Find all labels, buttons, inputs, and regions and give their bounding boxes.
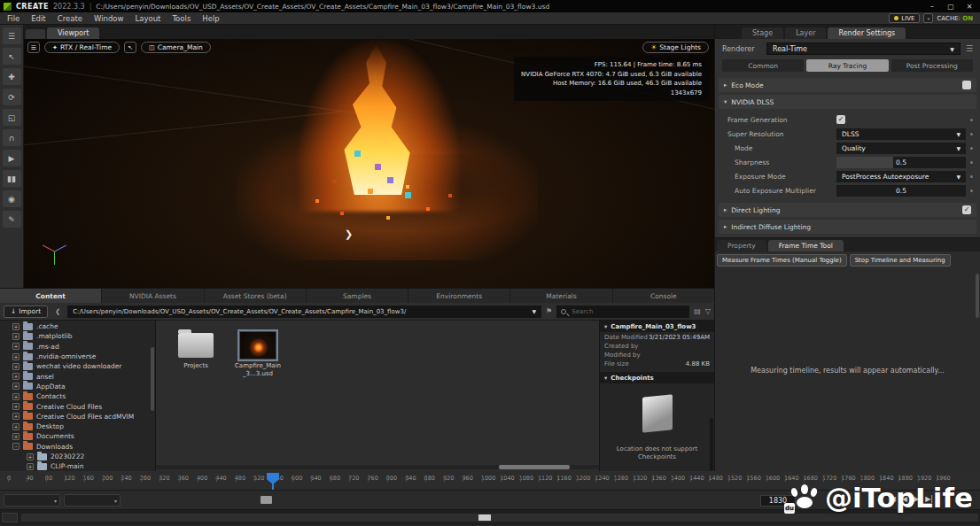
bottom-panel-tab[interactable]: Frame Time Tool (768, 240, 844, 251)
tree-scrollbar[interactable] (151, 347, 154, 411)
tree-item[interactable]: + Desktop (0, 422, 155, 431)
expand-toggle[interactable]: + (27, 453, 34, 460)
browser-tab[interactable]: Environments (408, 289, 509, 303)
camera-selector-button[interactable]: ◫Camera_Main (141, 42, 211, 53)
renderer-options-icon[interactable]: ☰ (966, 44, 973, 53)
expand-toggle[interactable]: - (12, 443, 19, 450)
details-scrollbar[interactable] (710, 418, 713, 471)
list-view-icon[interactable]: ▤ (694, 307, 701, 315)
expand-toggle[interactable]: + (12, 433, 19, 440)
browser-tab[interactable]: Console (613, 289, 714, 303)
menu-item[interactable]: File (7, 14, 19, 23)
timeline-option-box[interactable]: ▾ (4, 494, 60, 507)
filter-icon[interactable]: ▽ (705, 307, 711, 315)
super-resolution-dropdown[interactable]: DLSS ▼ (836, 128, 966, 140)
tree-item[interactable]: + CLIP-main (0, 461, 155, 471)
tree-item[interactable]: + Creative Cloud Files acdMVIM (0, 412, 155, 422)
expand-toggle[interactable]: + (27, 463, 34, 470)
expand-toggle[interactable]: + (12, 343, 19, 350)
search-input[interactable] (570, 307, 685, 316)
renderer-dropdown[interactable]: Real-Time ▼ (766, 43, 961, 55)
tab-viewport[interactable]: Viewport (47, 27, 99, 39)
snap-tool-button[interactable]: ∩ (3, 129, 21, 146)
browser-tab[interactable]: NVIDIA Assets (102, 289, 203, 303)
content-item[interactable]: Campfire_Main_3...3.usd (234, 331, 282, 377)
back-button[interactable]: ❮ (52, 306, 63, 318)
tree-item[interactable]: + ansel (0, 371, 155, 381)
reset-dot-icon[interactable] (970, 147, 973, 150)
nvidia-dlss-section[interactable]: ▾ NVIDIA DLSS (719, 95, 976, 109)
expand-toggle[interactable]: + (12, 393, 19, 400)
menu-item[interactable]: Help (202, 14, 219, 23)
tree-item[interactable]: - Downloads (0, 442, 155, 452)
rotate-tool-button[interactable]: ⟳ (3, 89, 21, 105)
capture-tool-button[interactable]: ◉ (3, 190, 21, 207)
sharpness-slider[interactable]: 0.5 (836, 157, 966, 168)
content-item[interactable]: Projects (172, 331, 220, 370)
tree-item[interactable]: + Documents (0, 431, 155, 441)
tree-item[interactable]: + .nvidia-omniverse (0, 352, 155, 361)
panel-tab[interactable]: Stage (742, 27, 783, 39)
expand-toggle[interactable]: + (12, 423, 19, 430)
expand-toggle[interactable]: + (12, 323, 19, 330)
grid-hscrollbar[interactable] (156, 465, 599, 469)
tree-item[interactable]: + Creative Cloud Files (0, 401, 155, 411)
eco-mode-checkbox[interactable] (962, 81, 971, 89)
expand-toggle[interactable]: + (12, 373, 19, 380)
frame-generation-checkbox[interactable] (836, 115, 845, 124)
indirect-diffuse-lighting-section[interactable]: ▸ Indirect Diffuse Lighting (719, 220, 976, 234)
expand-toggle[interactable]: + (12, 333, 19, 340)
path-dropdown-icon[interactable]: ▼ (532, 308, 536, 314)
maximize-button[interactable]: ▢ (944, 3, 958, 11)
panel-scrollbar[interactable] (976, 274, 979, 318)
bookmark-icon[interactable]: ⚑ (546, 307, 552, 315)
auto-exposure-multiplier-field[interactable]: 0.5 (836, 185, 966, 197)
frame-time-button[interactable]: Measure Frame Times (Manual Toggle) (717, 254, 847, 267)
scale-tool-button[interactable]: ◱ (3, 109, 21, 126)
browser-tab[interactable]: Samples (307, 289, 408, 303)
details-title[interactable]: ▾Campfire_Main_03_flow3 (600, 321, 714, 332)
expand-toggle[interactable]: + (12, 383, 19, 390)
menu-item[interactable]: Layout (135, 14, 160, 23)
browser-tab[interactable]: Asset Stores (beta) (205, 289, 306, 303)
reset-dot-icon[interactable] (970, 175, 973, 178)
render-settings-subtab[interactable]: Post Processing (891, 59, 973, 72)
next-arrow[interactable]: ❯ (345, 228, 353, 240)
file-grid[interactable]: Projects Campfire_Main_3...3.usd (156, 321, 599, 471)
reset-dot-icon[interactable] (970, 119, 973, 121)
expand-toggle[interactable]: + (12, 363, 19, 370)
panel-tab[interactable]: Layer (785, 27, 826, 39)
viewport-select-button[interactable]: ↖ (124, 42, 136, 53)
play-tool-button[interactable]: ▶ (3, 150, 21, 166)
tree-item[interactable]: + .cache (0, 321, 155, 331)
live-dropdown[interactable]: ▾ (923, 13, 933, 23)
browser-tab[interactable]: Content (0, 289, 101, 303)
timeline-option-box[interactable]: ▾ (64, 494, 121, 507)
viewport[interactable]: ☰ ✦RTX / Real-Time ↖ ◫Camera_Main ☀Stage… (24, 39, 714, 288)
timeline-corner-box[interactable] (2, 513, 18, 522)
timeline-scroll-handle[interactable] (261, 496, 272, 504)
render-settings-subtab[interactable]: Ray Tracing (806, 59, 888, 72)
timeline-zoom-track[interactable] (21, 514, 978, 522)
tree-item[interactable]: + wechat video downloader (0, 361, 155, 371)
select-tool-button[interactable]: ↖ (3, 48, 21, 65)
render-settings-subtab[interactable]: Common (722, 59, 804, 72)
grid-hscroll-thumb[interactable] (499, 465, 570, 469)
expand-toggle[interactable]: + (12, 413, 19, 420)
markup-tool-button[interactable]: ✎ (3, 211, 21, 228)
eco-mode-section[interactable]: ▸ Eco Mode (719, 78, 976, 92)
move-tool-button[interactable]: ✚ (3, 68, 21, 85)
panel-tab[interactable]: Render Settings (828, 27, 906, 39)
direct-lighting-section[interactable]: ▸ Direct Lighting (719, 203, 976, 217)
reset-dot-icon[interactable] (970, 161, 973, 164)
exposure-mode-dropdown[interactable]: PostProcess Autoexposure ▼ (836, 171, 966, 182)
import-button[interactable]: ↓Import (4, 306, 48, 318)
browser-tab[interactable]: Materials (510, 289, 611, 303)
stage-lights-button[interactable]: ☀Stage Lights (642, 42, 709, 53)
bottom-panel-tab[interactable]: Property (717, 240, 766, 251)
menu-item[interactable]: Tools (172, 14, 191, 23)
expand-toggle[interactable]: + (12, 403, 19, 410)
tree-item[interactable]: + Contacts (0, 391, 155, 401)
frame-time-button[interactable]: Stop Timeline and Measuring (850, 254, 951, 267)
menu-item[interactable]: Edit (31, 14, 45, 23)
